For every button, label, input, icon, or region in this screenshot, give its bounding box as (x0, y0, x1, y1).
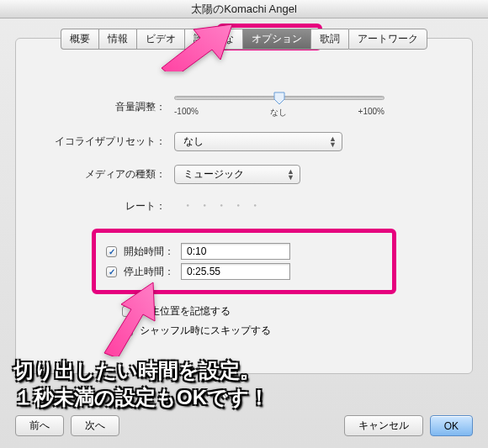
ok-button[interactable]: OK (430, 415, 473, 436)
rate-row: レート： ・・・・・ (33, 198, 455, 215)
caption-line-1: 切り出したい時間を設定。 (13, 357, 269, 384)
tab-bar: 概要 情報 ビデオ 読みがな オプション 歌詞 アートワーク (0, 29, 488, 50)
media-row: メディアの種類： ミュージック ▲▼ (33, 165, 455, 184)
button-bar: 前へ 次へ キャンセル OK (15, 415, 473, 436)
start-time-label: 開始時間： (124, 245, 174, 259)
next-button[interactable]: 次へ (71, 415, 119, 436)
media-label: メディアの種類： (33, 167, 174, 182)
shuffle-row: シャッフル時にスキップする (122, 324, 455, 338)
rate-label: レート： (33, 199, 174, 213)
volume-row: 音量調整： -100% なし +100% (33, 96, 455, 119)
tab-artwork[interactable]: アートワーク (348, 29, 427, 50)
start-time-input[interactable] (181, 243, 290, 260)
annotation-arrow-icon (98, 281, 165, 360)
tab-lyrics[interactable]: 歌詞 (310, 29, 348, 50)
media-select[interactable]: ミュージック ▲▼ (174, 165, 300, 184)
volume-slider-thumb[interactable] (273, 92, 285, 105)
start-time-row: 開始時間： (106, 243, 382, 260)
media-value: ミュージック (183, 167, 244, 182)
stop-time-input[interactable] (181, 263, 290, 280)
updown-icon: ▲▼ (287, 169, 294, 181)
volume-slider-wrap: -100% なし +100% (174, 96, 455, 119)
stop-time-row: 停止時間： (106, 263, 382, 280)
options-panel: 音量調整： -100% なし +100% イコライザプリセット： なし (15, 38, 473, 374)
updown-icon: ▲▼ (329, 136, 337, 148)
start-time-checkbox[interactable] (106, 246, 117, 257)
annotation-caption: 切り出したい時間を設定。 １秒未満の設定もOKです！ (13, 357, 269, 411)
rate-control[interactable]: ・・・・・ (174, 198, 455, 215)
remember-row: 再生位置を記憶する (122, 304, 455, 319)
stop-time-label: 停止時間： (124, 265, 174, 279)
volume-slider[interactable] (174, 96, 385, 100)
cancel-button[interactable]: キャンセル (344, 415, 423, 436)
volume-label: 音量調整： (33, 100, 174, 114)
prev-button[interactable]: 前へ (15, 415, 64, 436)
preferences-window: 太陽のKomachi Angel 概要 情報 ビデオ 読みがな オプション 歌詞… (0, 0, 488, 448)
tab-options[interactable]: オプション (242, 29, 310, 50)
volume-min: -100% (174, 107, 199, 119)
window-title: 太陽のKomachi Angel (0, 0, 488, 18)
caption-line-2: １秒未満の設定もOKです！ (13, 384, 269, 411)
stop-time-checkbox[interactable] (106, 266, 117, 277)
volume-tick-labels: -100% なし +100% (174, 107, 385, 119)
tab-info[interactable]: 情報 (98, 29, 136, 50)
tab-overview[interactable]: 概要 (61, 29, 98, 50)
eq-value: なし (183, 134, 204, 149)
eq-label: イコライザプリセット： (33, 134, 174, 149)
volume-mid: なし (270, 107, 287, 119)
annotation-arrow-icon (160, 21, 236, 75)
eq-select[interactable]: なし ▲▼ (174, 132, 342, 151)
volume-max: +100% (358, 107, 385, 119)
eq-row: イコライザプリセット： なし ▲▼ (33, 132, 455, 151)
